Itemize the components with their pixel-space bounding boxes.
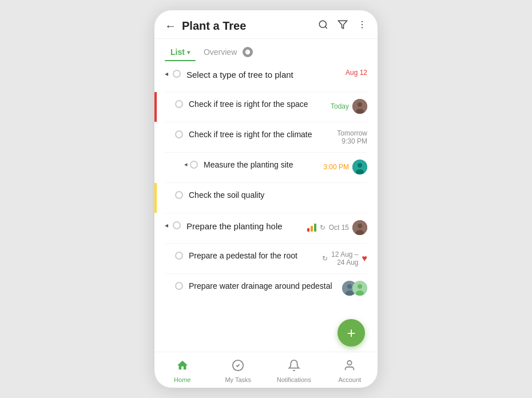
notifications-icon bbox=[288, 359, 300, 375]
tab-list-arrow: ▾ bbox=[187, 49, 190, 55]
task-date-line1: Tomorrow bbox=[337, 129, 367, 137]
avatar bbox=[352, 99, 367, 114]
bottom-nav: Home My Tasks Notifications Account bbox=[154, 352, 378, 388]
task-meta: Today bbox=[326, 99, 367, 114]
avatar bbox=[352, 220, 367, 235]
nav-home[interactable]: Home bbox=[154, 357, 211, 385]
task-checkbox[interactable] bbox=[175, 100, 183, 108]
task-date: Oct 15 bbox=[329, 224, 349, 232]
nav-notifications-label: Notifications bbox=[277, 376, 311, 383]
task-checkbox[interactable] bbox=[175, 130, 183, 138]
task-item[interactable]: Prepare water drainage around pedestal bbox=[154, 274, 378, 304]
task-checkbox[interactable] bbox=[173, 70, 181, 78]
task-pin-icon: ◂ bbox=[165, 221, 168, 229]
tasks-icon bbox=[232, 359, 244, 375]
task-checkbox[interactable] bbox=[175, 282, 183, 290]
task-meta: 3:00 PM bbox=[319, 160, 367, 174]
repeat-icon: ↻ bbox=[322, 254, 328, 262]
task-date-line1: 12 Aug – bbox=[331, 250, 358, 258]
task-content: Check if tree is right for the space bbox=[189, 99, 326, 110]
phone-container: ← Plant a Tree List ▾ Overview bbox=[154, 10, 378, 388]
home-icon bbox=[176, 359, 189, 375]
task-item[interactable]: Check if tree is right for the climate T… bbox=[154, 122, 378, 152]
filter-icon[interactable] bbox=[338, 19, 348, 33]
task-content: Prepare a pedestal for the root bbox=[189, 250, 317, 262]
task-date-line2: 9:30 PM bbox=[337, 137, 367, 145]
header: ← Plant a Tree bbox=[154, 10, 378, 39]
tab-overview[interactable]: Overview bbox=[198, 42, 259, 62]
task-content: Prepare water drainage around pedestal bbox=[189, 281, 338, 292]
task-meta: ↻ Oct 15 bbox=[303, 220, 367, 235]
nav-account-label: Account bbox=[338, 376, 361, 383]
tab-list-label: List bbox=[170, 47, 185, 57]
task-content: Measure the planting site bbox=[204, 160, 319, 171]
task-content: Prepare the planting hole bbox=[186, 220, 303, 232]
repeat-icon: ↻ bbox=[320, 224, 325, 232]
task-item[interactable]: ◂ Select a type of tree to plant Aug 12 bbox=[154, 62, 378, 91]
avatar-2 bbox=[352, 281, 367, 296]
tabs-bar: List ▾ Overview bbox=[154, 39, 378, 62]
task-content: Select a type of tree to plant bbox=[186, 69, 341, 81]
avatar bbox=[352, 160, 367, 174]
task-content: Check if tree is right for the climate bbox=[189, 129, 332, 141]
task-content: Check the soil quality bbox=[189, 190, 363, 201]
heart-icon: ♥ bbox=[362, 253, 368, 264]
header-actions bbox=[318, 19, 367, 33]
svg-point-16 bbox=[358, 224, 362, 228]
task-name: Measure the planting site bbox=[204, 160, 293, 169]
task-meta: Tomorrow 9:30 PM bbox=[332, 129, 367, 145]
search-icon[interactable] bbox=[318, 19, 328, 33]
priority-icon bbox=[307, 224, 316, 232]
svg-point-10 bbox=[358, 102, 362, 107]
back-button[interactable]: ← bbox=[165, 19, 176, 33]
tab-overview-label: Overview bbox=[204, 47, 237, 57]
task-item[interactable]: ◂ Measure the planting site 3:00 PM bbox=[154, 153, 378, 182]
task-pin-icon: ◂ bbox=[184, 161, 188, 168]
task-checkbox[interactable] bbox=[175, 252, 183, 260]
task-checkbox[interactable] bbox=[175, 191, 183, 199]
task-name: Check if tree is right for the climate bbox=[189, 130, 312, 139]
svg-marker-2 bbox=[339, 21, 347, 29]
task-item[interactable]: Prepare a pedestal for the root ↻ 12 Aug… bbox=[154, 244, 378, 273]
svg-point-13 bbox=[358, 163, 362, 168]
nav-tasks[interactable]: My Tasks bbox=[211, 357, 267, 385]
svg-point-4 bbox=[362, 24, 363, 25]
task-date-line2: 24 Aug bbox=[331, 258, 358, 266]
svg-point-25 bbox=[348, 361, 352, 365]
task-pin-icon: ◂ bbox=[165, 70, 168, 78]
nav-account[interactable]: Account bbox=[322, 357, 378, 385]
task-checkbox[interactable] bbox=[190, 161, 198, 169]
more-options-icon[interactable] bbox=[357, 19, 367, 33]
task-meta: Aug 12 bbox=[341, 69, 367, 77]
task-date: 3:00 PM bbox=[323, 163, 349, 171]
task-name: Check the soil quality bbox=[189, 190, 264, 200]
svg-point-3 bbox=[362, 21, 363, 22]
task-checkbox[interactable] bbox=[173, 221, 181, 229]
nav-tasks-label: My Tasks bbox=[225, 376, 251, 383]
tab-overview-badge bbox=[243, 47, 253, 57]
task-item[interactable]: ◂ Prepare the planting hole ↻ Oct 15 bbox=[154, 213, 378, 243]
avatar-group bbox=[342, 281, 367, 296]
svg-line-1 bbox=[325, 26, 327, 28]
task-meta bbox=[338, 281, 367, 296]
task-meta: ↻ 12 Aug – 24 Aug ♥ bbox=[317, 250, 367, 266]
add-task-button[interactable]: + bbox=[338, 319, 365, 347]
task-name: Prepare water drainage around pedestal bbox=[189, 281, 332, 290]
svg-point-19 bbox=[347, 284, 352, 289]
task-name: Prepare the planting hole bbox=[186, 221, 283, 231]
page-title: Plant a Tree bbox=[182, 19, 318, 33]
task-date: Today bbox=[331, 102, 349, 110]
svg-point-22 bbox=[358, 284, 362, 289]
task-item[interactable]: Check the soil quality bbox=[154, 183, 378, 213]
svg-point-0 bbox=[319, 21, 326, 27]
tab-list[interactable]: List ▾ bbox=[165, 43, 196, 61]
nav-notifications[interactable]: Notifications bbox=[266, 357, 322, 385]
nav-home-label: Home bbox=[174, 376, 190, 383]
svg-point-5 bbox=[362, 27, 363, 28]
task-item[interactable]: Check if tree is right for the space Tod… bbox=[154, 92, 378, 122]
task-name: Prepare a pedestal for the root bbox=[189, 251, 297, 260]
account-icon bbox=[343, 359, 356, 375]
task-name: Select a type of tree to plant bbox=[186, 70, 293, 79]
task-date: Aug 12 bbox=[346, 69, 367, 77]
task-list: ◂ Select a type of tree to plant Aug 12 … bbox=[154, 62, 378, 352]
